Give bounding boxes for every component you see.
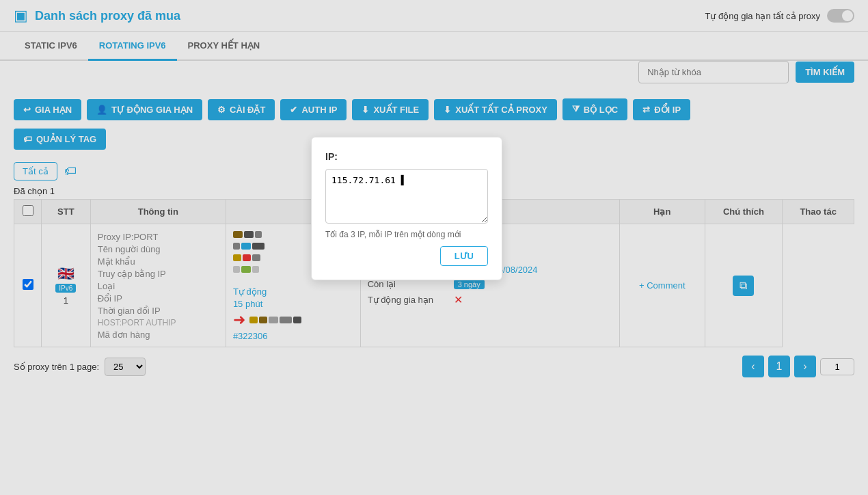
modal-footer: LƯU <box>325 246 488 266</box>
modal-overlay: IP: 115.72.71.61 ▌ Tối đa 3 IP, mỗi IP t… <box>0 0 868 386</box>
modal-save-button[interactable]: LƯU <box>440 246 488 266</box>
modal-ip-textarea[interactable]: 115.72.71.61 ▌ <box>325 169 488 224</box>
modal-title: IP: <box>325 151 488 162</box>
modal-hint: Tối đa 3 IP, mỗi IP trên một dòng mới <box>325 230 488 239</box>
auth-ip-modal: IP: 115.72.71.61 ▌ Tối đa 3 IP, mỗi IP t… <box>311 137 502 280</box>
